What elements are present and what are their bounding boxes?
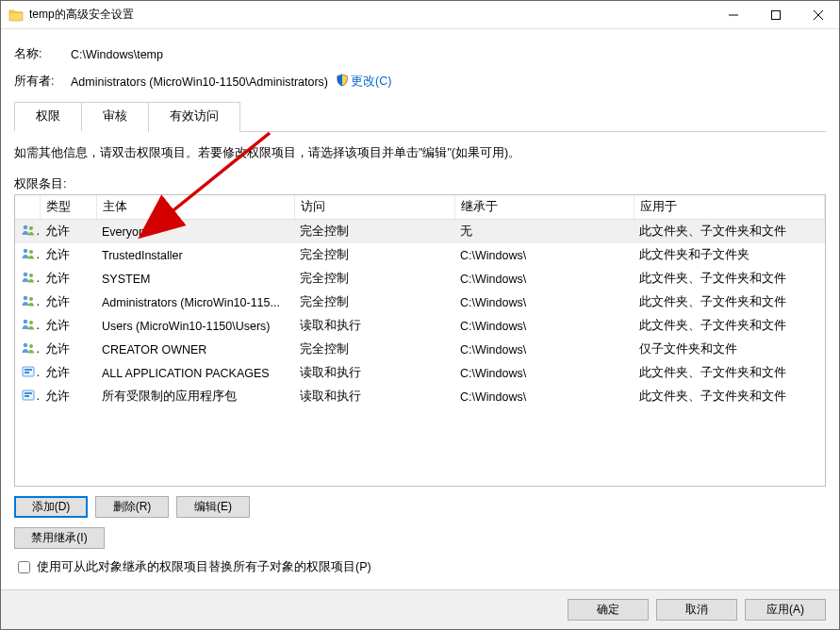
cell-type: 允许 <box>40 361 96 385</box>
users-icon <box>21 293 36 311</box>
change-owner-link[interactable]: 更改(C) <box>351 74 391 90</box>
table-row[interactable]: 允许Administrators (MicroWin10-115...完全控制C… <box>15 290 825 314</box>
cell-type: 允许 <box>40 338 96 361</box>
cell-type: 允许 <box>40 314 96 338</box>
table-row[interactable]: 允许Users (MicroWin10-1150\Users)读取和执行C:\W… <box>15 314 825 338</box>
users-icon <box>21 246 36 264</box>
cell-principal: ALL APPLICATION PACKAGES <box>96 361 294 385</box>
table-row[interactable]: 允许Everyone完全控制无此文件夹、子文件夹和文件 <box>15 220 825 244</box>
shield-icon <box>336 74 349 90</box>
svg-point-4 <box>24 225 28 230</box>
name-row: 名称: C:\Windows\temp <box>14 46 826 62</box>
table-row[interactable]: 允许SYSTEM完全控制C:\Windows\此文件夹、子文件夹和文件 <box>15 267 825 290</box>
owner-label: 所有者: <box>14 74 71 90</box>
edit-button[interactable]: 编辑(E) <box>176 496 250 518</box>
tab-permissions[interactable]: 权限 <box>14 102 82 132</box>
titlebar: temp的高级安全设置 <box>1 1 839 29</box>
package-icon <box>21 388 36 406</box>
package-icon <box>21 364 36 382</box>
cell-access: 完全控制 <box>294 267 454 290</box>
remove-button[interactable]: 删除(R) <box>95 496 169 518</box>
folder-icon <box>8 8 24 23</box>
column-header-apply[interactable]: 应用于 <box>634 195 825 220</box>
cell-type: 允许 <box>40 220 96 244</box>
cell-inherit: C:\Windows\ <box>454 290 634 314</box>
replace-children-checkbox[interactable] <box>18 561 30 573</box>
column-header-icon[interactable] <box>15 195 40 220</box>
svg-rect-17 <box>25 369 32 371</box>
table-row[interactable]: 允许CREATOR OWNER完全控制C:\Windows\仅子文件夹和文件 <box>15 338 825 361</box>
column-header-access[interactable]: 访问 <box>294 195 454 220</box>
svg-rect-21 <box>25 395 29 397</box>
cell-type: 允许 <box>40 267 96 290</box>
cell-apply: 此文件夹、子文件夹和文件 <box>634 385 825 408</box>
cell-access: 读取和执行 <box>294 361 454 385</box>
cell-principal: 所有受限制的应用程序包 <box>96 385 294 408</box>
table-row[interactable]: 允许所有受限制的应用程序包读取和执行C:\Windows\此文件夹、子文件夹和文… <box>15 385 825 408</box>
add-button[interactable]: 添加(D) <box>14 496 88 518</box>
users-icon <box>21 270 36 288</box>
window-title: temp的高级安全设置 <box>29 7 134 23</box>
column-header-type[interactable]: 类型 <box>40 195 96 220</box>
tabs: 权限 审核 有效访问 <box>14 101 826 132</box>
disable-inheritance-button[interactable]: 禁用继承(I) <box>14 527 105 549</box>
cell-access: 读取和执行 <box>294 385 454 408</box>
cell-apply: 此文件夹和子文件夹 <box>634 243 825 267</box>
cell-apply: 此文件夹、子文件夹和文件 <box>634 314 825 338</box>
cell-apply: 仅子文件夹和文件 <box>634 338 825 361</box>
cell-apply: 此文件夹、子文件夹和文件 <box>634 361 825 385</box>
cell-access: 完全控制 <box>294 220 454 244</box>
users-icon <box>21 317 36 335</box>
owner-value: Administrators (MicroWin10-1150\Administ… <box>71 75 328 89</box>
name-label: 名称: <box>14 46 71 62</box>
cell-type: 允许 <box>40 385 96 408</box>
cell-inherit: C:\Windows\ <box>454 267 634 290</box>
svg-point-10 <box>24 296 28 301</box>
name-value: C:\Windows\temp <box>71 48 163 61</box>
cell-apply: 此文件夹、子文件夹和文件 <box>634 220 825 244</box>
cancel-button[interactable]: 取消 <box>656 599 737 621</box>
permissions-table: 类型 主体 访问 继承于 应用于 允许Everyone完全控制无此文件夹、子文件… <box>15 195 825 408</box>
svg-rect-20 <box>25 392 32 394</box>
dialog-buttons: 确定 取消 应用(A) <box>1 589 839 629</box>
cell-access: 完全控制 <box>294 290 454 314</box>
minimize-button[interactable] <box>712 1 754 28</box>
svg-point-9 <box>29 274 33 277</box>
cell-principal: Users (MicroWin10-1150\Users) <box>96 314 294 338</box>
ok-button[interactable]: 确定 <box>568 599 649 621</box>
maximize-button[interactable] <box>754 1 797 28</box>
cell-inherit: C:\Windows\ <box>454 338 634 361</box>
svg-point-7 <box>29 250 33 254</box>
apply-button[interactable]: 应用(A) <box>745 599 826 621</box>
cell-access: 读取和执行 <box>294 314 454 338</box>
tab-auditing[interactable]: 审核 <box>81 102 149 132</box>
table-row[interactable]: 允许TrustedInstaller完全控制C:\Windows\此文件夹和子文… <box>15 243 825 267</box>
cell-inherit: C:\Windows\ <box>454 243 634 267</box>
table-row[interactable]: 允许ALL APPLICATION PACKAGES读取和执行C:\Window… <box>15 361 825 385</box>
cell-apply: 此文件夹、子文件夹和文件 <box>634 290 825 314</box>
cell-principal: Administrators (MicroWin10-115... <box>96 290 294 314</box>
replace-children-label: 使用可从此对象继承的权限项目替换所有子对象的权限项目(P) <box>37 559 371 575</box>
svg-point-8 <box>24 273 28 277</box>
close-button[interactable] <box>797 1 839 28</box>
cell-inherit: 无 <box>454 220 634 244</box>
cell-principal: SYSTEM <box>96 267 294 290</box>
svg-point-15 <box>29 344 33 348</box>
svg-point-12 <box>24 320 28 324</box>
column-header-principal[interactable]: 主体 <box>96 195 294 220</box>
tab-effective-access[interactable]: 有效访问 <box>148 102 240 132</box>
owner-row: 所有者: Administrators (MicroWin10-1150\Adm… <box>14 74 826 90</box>
cell-principal: Everyone <box>96 220 294 244</box>
svg-point-11 <box>29 297 33 301</box>
cell-type: 允许 <box>40 243 96 267</box>
svg-rect-18 <box>25 372 29 373</box>
svg-point-14 <box>24 343 28 348</box>
column-header-inherit[interactable]: 继承于 <box>454 195 634 220</box>
cell-inherit: C:\Windows\ <box>454 314 634 338</box>
cell-inherit: C:\Windows\ <box>454 385 634 408</box>
users-icon <box>21 340 36 358</box>
svg-point-13 <box>29 321 33 324</box>
instructions-text: 如需其他信息，请双击权限项目。若要修改权限项目，请选择该项目并单击"编辑"(如果… <box>14 145 826 161</box>
svg-point-6 <box>24 249 28 254</box>
cell-principal: CREATOR OWNER <box>96 338 294 361</box>
